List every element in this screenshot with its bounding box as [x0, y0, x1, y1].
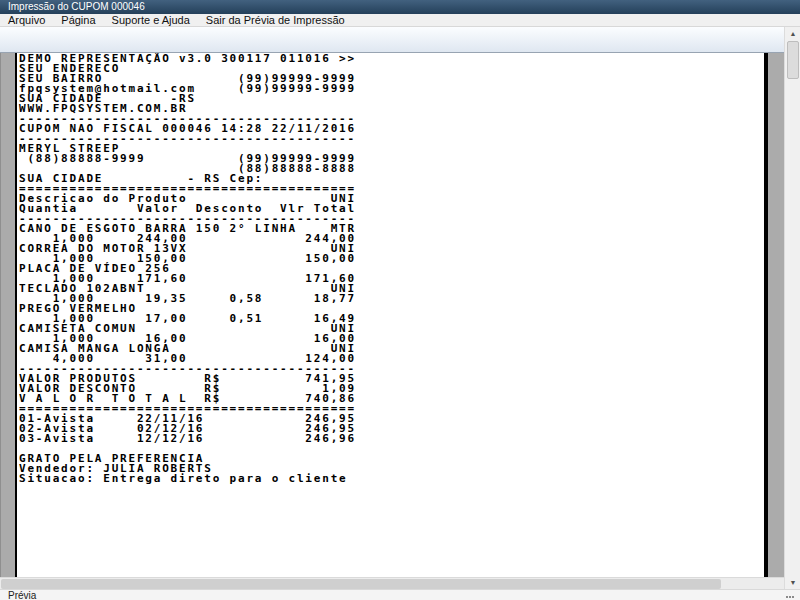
scroll-down-icon[interactable]: ▼	[785, 576, 800, 589]
receipt-page: DEMO REPRESENTAÇÃO v3.0 300117 011016 >>…	[15, 53, 768, 577]
receipt-text: DEMO REPRESENTAÇÃO v3.0 300117 011016 >>…	[19, 54, 356, 484]
menu-bar: Arquivo Página Suporte e Ajuda Sair da P…	[0, 14, 800, 27]
vertical-scrollbar[interactable]: ▲ ▼	[784, 27, 800, 589]
menu-arquivo[interactable]: Arquivo	[0, 14, 53, 27]
window-title: Impressão do CUPOM 000046	[8, 1, 145, 12]
app-window: Impressão do CUPOM 000046 Arquivo Página…	[0, 0, 800, 600]
toolbar: W Nº Zoom 1 ▼ Nº da Página: Número Págin…	[0, 27, 784, 53]
status-bar: Prévia	[0, 589, 800, 600]
scroll-up-icon[interactable]: ▲	[785, 27, 800, 40]
status-text: Prévia	[8, 590, 36, 600]
vertical-scroll-thumb[interactable]	[787, 41, 799, 79]
preview-panel: DEMO REPRESENTAÇÃO v3.0 300117 011016 >>…	[0, 53, 784, 577]
menu-suporte-e-ajuda[interactable]: Suporte e Ajuda	[104, 14, 198, 27]
resize-grip-icon	[786, 592, 794, 598]
title-bar: Impressão do CUPOM 000046	[0, 0, 800, 14]
menu-pagina[interactable]: Página	[53, 14, 103, 27]
horizontal-scrollbar[interactable]	[0, 577, 784, 589]
menu-sair-da-previa[interactable]: Sair da Prévia de Impressão	[198, 14, 353, 27]
horizontal-scroll-thumb[interactable]	[1, 579, 721, 589]
